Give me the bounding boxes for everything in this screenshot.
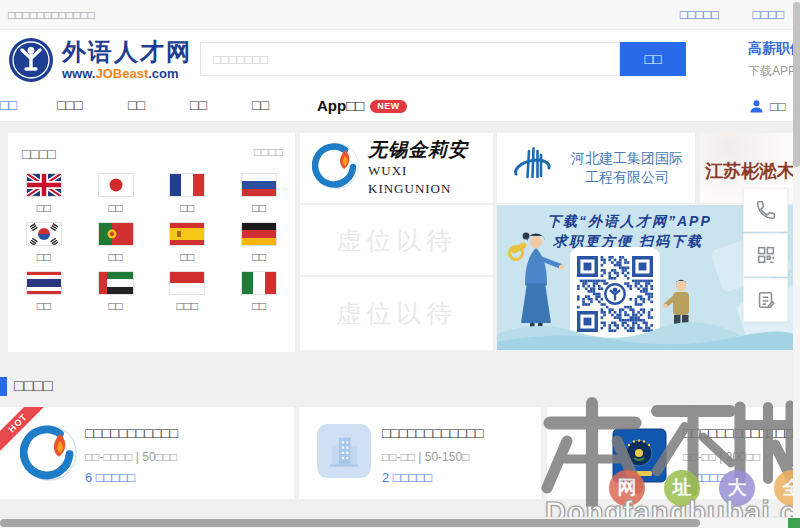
vacant-slot-2: 虚位以待 bbox=[300, 277, 493, 350]
language-item-de[interactable]: □□ bbox=[223, 222, 295, 264]
site-logo-icon bbox=[8, 37, 54, 83]
flag-ru-icon bbox=[241, 173, 277, 197]
job-openings-count: 2 bbox=[683, 470, 690, 485]
language-label: □□ bbox=[80, 299, 152, 313]
language-item-uk[interactable]: □□ bbox=[8, 173, 80, 215]
job-meta: □□-□□ | 50-150□ bbox=[382, 450, 469, 464]
vacant-label: 虚位以待 bbox=[337, 224, 457, 257]
logo-text: 外语人才网 www.JOBeast.com bbox=[62, 39, 192, 81]
language-item-pt[interactable]: □□ bbox=[80, 222, 152, 264]
language-label: □□ bbox=[152, 250, 224, 264]
nav-item-1[interactable]: □□ bbox=[0, 90, 17, 121]
horizontal-scrollbar-thumb[interactable] bbox=[0, 519, 700, 527]
topbar-links: □□□□□ □□□□ bbox=[650, 0, 784, 30]
nav-item-3[interactable]: □□ bbox=[128, 90, 145, 121]
banner-text-line1: 下载“外语人才网”APP bbox=[547, 213, 712, 231]
topbar-link-2[interactable]: □□□□ bbox=[753, 7, 784, 22]
kingunion-name-en: WUXI KINGUNION bbox=[368, 163, 451, 196]
job-title: □□□□□□□□□□□ bbox=[85, 425, 178, 441]
hebei-name: 河北建工集团国际 工程有限公司 bbox=[559, 149, 695, 187]
job1-company-logo bbox=[20, 424, 78, 486]
url-brand: JOBeast bbox=[95, 66, 148, 81]
job-openings-label: □□□□□ bbox=[393, 470, 432, 485]
header: 外语人才网 www.JOBeast.com □□ 高薪职位 下载APP职 bbox=[0, 30, 800, 90]
language-label: □□ bbox=[223, 201, 295, 215]
phone-icon bbox=[755, 199, 777, 221]
phone-button[interactable] bbox=[743, 188, 788, 232]
language-label: □□ bbox=[8, 250, 80, 264]
language-panel: □□□□ □□□□ □□□□□□□□□□□□□□□□□□□□□□□□□ bbox=[8, 133, 295, 352]
kingunion-text: 无锡金莉安 WUXI KINGUNION bbox=[368, 139, 493, 197]
feedback-button[interactable] bbox=[743, 278, 788, 322]
job-openings: 6 □□□□□ bbox=[85, 470, 135, 485]
language-label: □□ bbox=[80, 250, 152, 264]
language-item-ae[interactable]: □□ bbox=[80, 271, 152, 313]
search-button[interactable]: □□ bbox=[620, 42, 686, 76]
job-meta: □□-□□ | 200□□ bbox=[683, 450, 760, 464]
job2-building-icon bbox=[317, 424, 371, 478]
search-input[interactable] bbox=[200, 42, 620, 76]
login-area[interactable]: □□ bbox=[748, 90, 786, 122]
job-title: □□□□□□□□□□□□□ bbox=[683, 425, 793, 441]
flag-pt-icon bbox=[98, 222, 134, 246]
job-openings: 2 □□□□□ bbox=[382, 470, 432, 485]
flag-id-icon bbox=[169, 271, 205, 295]
welcome-text: □□□□□□□□□□□□ bbox=[8, 0, 95, 30]
language-label: □□ bbox=[223, 299, 295, 313]
job-title: □□□□□□□□□□□□ bbox=[382, 425, 483, 441]
nav-item-2[interactable]: □□□ bbox=[57, 90, 82, 121]
language-label: □□ bbox=[8, 201, 80, 215]
flag-kr-icon bbox=[26, 222, 62, 246]
language-item-th[interactable]: □□ bbox=[8, 271, 80, 313]
qr-button[interactable] bbox=[743, 233, 788, 277]
flag-uk-icon bbox=[26, 173, 62, 197]
vertical-scrollbar[interactable] bbox=[793, 0, 800, 528]
language-panel-title: □□□□ bbox=[22, 146, 56, 162]
language-label: □□ bbox=[152, 201, 224, 215]
job-openings-label: □□□□ bbox=[694, 470, 725, 485]
section-header: □□□□ bbox=[0, 375, 400, 399]
language-item-fr[interactable]: □□ bbox=[152, 173, 224, 215]
flag-ae-icon bbox=[98, 271, 134, 295]
flag-th-icon bbox=[26, 271, 62, 295]
site-logo[interactable]: 外语人才网 www.JOBeast.com bbox=[8, 37, 192, 83]
job-card-3[interactable]: □□□□□□□□□□□□□ □□-□□ | 200□□ 2 □□□□ bbox=[547, 407, 800, 499]
language-item-es[interactable]: □□ bbox=[152, 222, 224, 264]
user-icon bbox=[748, 98, 765, 115]
job-openings-count: 6 bbox=[85, 470, 92, 485]
login-label: □□ bbox=[770, 99, 786, 114]
page: □□□□□□□□□□□□ □□□□□ □□□□ 外语人才网 www.JOBeas… bbox=[0, 0, 800, 528]
job3-company-logo bbox=[612, 428, 667, 487]
flag-es-icon bbox=[169, 222, 205, 246]
horizontal-scrollbar[interactable] bbox=[0, 517, 793, 528]
vacant-label: 虚位以待 bbox=[337, 297, 457, 330]
language-item-jp[interactable]: □□ bbox=[80, 173, 152, 215]
job-card-2[interactable]: □□□□□□□□□□□□ □□-□□ | 50-150□ 2 □□□□□ bbox=[299, 407, 541, 499]
section-title: □□□□ bbox=[14, 377, 53, 395]
language-item-it[interactable]: □□ bbox=[223, 271, 295, 313]
job-card-1[interactable]: HOT □□□□□□□□□□□ □□-□□□□ | 50□□□ 6 □□□□□ bbox=[0, 407, 294, 499]
job-openings-label: □□□□□ bbox=[96, 470, 135, 485]
language-item-kr[interactable]: □□ bbox=[8, 222, 80, 264]
nav-item-4[interactable]: □□ bbox=[190, 90, 207, 121]
kingunion-name-cn: 无锡金莉安 bbox=[368, 139, 468, 160]
flag-de-icon bbox=[241, 222, 277, 246]
vertical-scrollbar-thumb[interactable] bbox=[793, 2, 800, 167]
site-url: www.JOBeast.com bbox=[62, 66, 192, 81]
language-panel-header: □□□□ □□□□ bbox=[8, 133, 295, 167]
site-name: 外语人才网 bbox=[62, 39, 192, 65]
language-item-id[interactable]: □□□ bbox=[152, 271, 224, 313]
nav-item-6[interactable]: App□□NEW bbox=[317, 90, 407, 121]
featured-card-hebei[interactable]: 河北建工集团国际 工程有限公司 bbox=[497, 133, 695, 203]
job-openings-count: 2 bbox=[382, 470, 389, 485]
navbar: □□□□□□□□□□□App□□NEW □□ bbox=[0, 90, 800, 122]
language-item-ru[interactable]: □□ bbox=[223, 173, 295, 215]
language-label: □□□ bbox=[152, 299, 224, 313]
language-more-link[interactable]: □□□□ bbox=[254, 145, 283, 159]
url-prefix: www. bbox=[62, 66, 95, 81]
nav-item-5[interactable]: □□ bbox=[252, 90, 269, 121]
featured-card-kingunion[interactable]: 无锡金莉安 WUXI KINGUNION bbox=[300, 133, 493, 203]
language-label: □□ bbox=[80, 201, 152, 215]
topbar-link-1[interactable]: □□□□□ bbox=[680, 7, 719, 22]
job-openings: 2 □□□□ bbox=[683, 470, 725, 485]
